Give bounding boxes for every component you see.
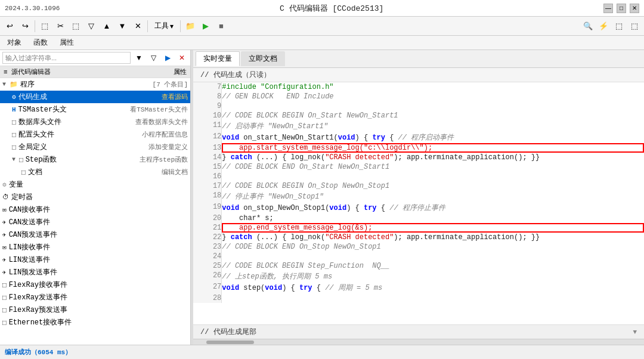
tree-item-can-rx[interactable]: ✉ CAN接收事件 <box>0 203 190 216</box>
horizontal-scrollbar[interactable] <box>193 339 644 345</box>
toolbar-separator-3 <box>180 20 181 32</box>
line-code: void on_stop_NewOn_Stop1(void) { try { /… <box>222 202 644 213</box>
search-icon-button[interactable]: 🔍 <box>581 19 595 33</box>
maximize-button[interactable]: □ <box>617 4 626 13</box>
main-layout: ▼ ▽ ▶ ✕ ≡ 源代码编辑器 属性 ▼ 📁 程序 [7 个条目] ⚙ 代码生… <box>0 50 644 345</box>
filter-go-icon[interactable]: ▶ <box>162 52 174 64</box>
line-number: 7 <box>193 82 222 92</box>
menu-property[interactable]: 属性 <box>57 36 76 49</box>
right-tabs: 实时变量 立即文档 <box>193 50 644 68</box>
tree-item-lin-pre-tx[interactable]: ✈ LIN预发送事件 <box>0 266 190 278</box>
timers-label: 定时器 <box>11 192 188 202</box>
lightning-button[interactable]: ⚡ <box>596 19 611 33</box>
code-area[interactable]: 7#include "Configuration.h"8// GEN BLOCK… <box>193 82 644 324</box>
line-number: 20 <box>193 213 222 223</box>
code-row: 15// CODE BLOCK END On_Start NewOn_Start… <box>193 162 644 172</box>
global-def-label: 全局定义 <box>18 142 144 152</box>
up-button[interactable]: ▲ <box>100 19 114 33</box>
title-text: C 代码编辑器 [CCode2513] <box>280 3 383 14</box>
global-def-value: 添加变量定义 <box>148 143 188 151</box>
tree-item-can-pre-tx[interactable]: ✈ CAN预发送事件 <box>0 228 190 241</box>
lin-tx-label: LIN发送事件 <box>9 255 188 265</box>
close-button[interactable]: ✕ <box>630 4 639 13</box>
line-number: 17 <box>193 181 222 191</box>
variables-label: 变量 <box>9 180 188 190</box>
toolbar: ↩ ↪ ⬚ ✂ ⬚ ▽ ▲ ▼ ✕ 工具 ▾ 📁 ▶ ■ 🔍 ⚡ ⬚ ⬚ <box>0 17 644 36</box>
code-row: 23// CODE BLOCK END On_Stop NewOn_Stop1 <box>193 242 644 252</box>
code-gen-value: 查看源码 <box>162 92 188 101</box>
tree-item-timers[interactable]: ⏱ 定时器 <box>0 191 190 203</box>
line-code: // CODE BLOCK BEGIN On_Start NewOn_Start… <box>222 111 644 120</box>
tools-menu-button[interactable]: 工具 ▾ <box>150 19 178 33</box>
line-number: 23 <box>193 242 222 252</box>
layout-button-1[interactable]: ⬚ <box>612 19 626 33</box>
redo-button[interactable]: ↪ <box>18 19 32 33</box>
run-button[interactable]: ▶ <box>199 19 213 33</box>
undo-button[interactable]: ↩ <box>2 19 17 33</box>
tree-item-tsmaster-h[interactable]: H TSMaster头文 看TSMaster头文件 <box>0 103 190 116</box>
tsmaster-h-value: 看TSMaster头文件 <box>130 105 188 114</box>
line-number: 22 <box>193 233 222 242</box>
step-func-value: 主程序step函数 <box>140 155 188 164</box>
right-panel: 实时变量 立即文档 // 代码生成（只读） 7#include "Configu… <box>193 50 644 345</box>
tree-item-global-def[interactable]: ⬚ 全局定义 添加变量定义 <box>0 141 190 153</box>
expand-arrow: ▼ <box>2 81 10 88</box>
tree-item-flexray-rx[interactable]: ⬚ FlexRay接收事件 <box>0 278 190 291</box>
step-icon: ⬚ <box>19 156 23 163</box>
tree-item-flexray-tx[interactable]: ⬚ FlexRay发送事件 <box>0 291 190 304</box>
tree-item-variables[interactable]: ⚙ 变量 <box>0 178 190 191</box>
doc-icon: ⬚ <box>21 168 26 176</box>
new-button[interactable]: ⬚ <box>38 19 52 33</box>
lin-rx-icon: ✉ <box>2 243 7 251</box>
filter-clear-icon[interactable]: ✕ <box>176 52 188 64</box>
filter-down-button[interactable]: ▽ <box>84 19 98 33</box>
code-table: 7#include "Configuration.h"8// GEN BLOCK… <box>193 82 644 303</box>
stop-button[interactable]: ■ <box>214 19 228 33</box>
window-controls: — □ ✕ <box>603 4 639 13</box>
down-button[interactable]: ▼ <box>115 19 129 33</box>
tab-realtime[interactable]: 实时变量 <box>196 51 240 66</box>
line-code <box>222 101 644 111</box>
code-footer: // 代码生成尾部 ▼ <box>193 324 644 339</box>
code-row: 22} catch (...) { log_nok("CRASH detecte… <box>193 233 644 242</box>
copy-button[interactable]: ⬚ <box>69 19 83 33</box>
folder-button[interactable]: 📁 <box>183 19 197 33</box>
filter-funnel-icon[interactable]: ▼ <box>133 52 145 64</box>
cut-button[interactable]: ✂ <box>53 19 67 33</box>
tree-item-doc[interactable]: ⬚ 文档 编辑文档 <box>0 166 190 178</box>
tree-item-lin-rx[interactable]: ✉ LIN接收事件 <box>0 241 190 253</box>
toolbar-separator-2 <box>147 20 148 32</box>
col-source-label: ≡ 源代码编辑器 <box>4 67 51 76</box>
line-number: 9 <box>193 101 222 111</box>
lin-rx-label: LIN接收事件 <box>9 242 188 252</box>
close-panel-button[interactable]: ✕ <box>131 19 145 33</box>
line-number: 21 <box>193 223 222 233</box>
tree-item-config-h[interactable]: ⬚ 配置头文件 小程序配置信息 <box>0 128 190 141</box>
tree-item-flexray-pre[interactable]: ⬚ FlexRay预发送事 <box>0 304 190 316</box>
eth-icon: ⬚ <box>2 318 7 326</box>
tree-item-step-func[interactable]: ▼ ⬚ Step函数 主程序step函数 <box>0 153 190 166</box>
tree-item-can-tx[interactable]: ✈ CAN发送事件 <box>0 216 190 228</box>
menu-function[interactable]: 函数 <box>31 36 50 49</box>
tab-immediate-doc[interactable]: 立即文档 <box>241 51 285 66</box>
title-bar: 2024.3.30.1096 C 代码编辑器 [CCode2513] — □ ✕ <box>0 0 644 17</box>
tree-item-program[interactable]: ▼ 📁 程序 [7 个条目] <box>0 78 190 91</box>
tree-item-db-h[interactable]: ⬚ 数据库头文件 查看数据库头文件 <box>0 116 190 128</box>
line-number: 11 <box>193 120 222 132</box>
minimize-button[interactable]: — <box>603 4 613 13</box>
filter-input[interactable] <box>2 52 131 64</box>
layout-button-2[interactable]: ⬚ <box>627 19 642 33</box>
code-row: 28 <box>193 293 644 303</box>
tree-container: ▼ 📁 程序 [7 个条目] ⚙ 代码生成 查看源码 H TSMaster头文 … <box>0 78 190 345</box>
line-code <box>222 252 644 261</box>
scroll-thumb-h[interactable] <box>206 341 254 344</box>
tree-item-lin-tx[interactable]: ✈ LIN发送事件 <box>0 253 190 266</box>
menu-object[interactable]: 对象 <box>5 36 24 49</box>
code-row: 25// CODE BLOCK BEGIN Step_Function NQ__ <box>193 261 644 271</box>
filter-sort-asc-icon[interactable]: ▽ <box>147 52 159 64</box>
line-code: // CODE BLOCK END On_Start NewOn_Start1 <box>222 162 644 172</box>
step-func-label: Step函数 <box>26 154 135 165</box>
tree-item-eth-rx[interactable]: ⬚ Ethernet接收事件 <box>0 316 190 329</box>
tree-item-code-gen[interactable]: ⚙ 代码生成 查看源码 <box>0 91 190 103</box>
code-row: 9 <box>193 101 644 111</box>
